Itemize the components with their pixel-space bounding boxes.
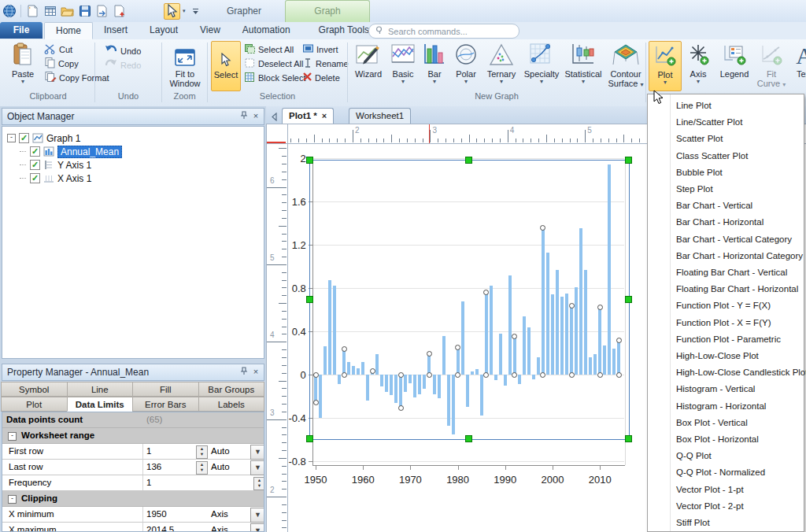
property-tab-data-limits[interactable]: Data Limits [67,397,134,412]
expander-minus-icon[interactable]: - [7,134,16,142]
selection-handle[interactable] [465,435,472,442]
tree-item-graph-1[interactable]: -✓Graph 1 [7,131,80,145]
dropdown-arrow-icon[interactable]: ▾ [420,79,449,84]
menu-item-stiff-plot[interactable]: Stiff Plot [649,515,803,531]
doc-tab-worksheet1[interactable]: Worksheet1 [349,108,411,124]
new-graph-contour-surface-button[interactable]: ContourSurface ▾ [604,41,647,90]
selection-handle[interactable] [625,296,632,303]
selection-handle[interactable] [306,435,313,442]
fit-to-window-button[interactable]: Fit toWindow [166,41,204,90]
new-graph-specialty-button[interactable]: Specialty▾ [521,41,562,90]
spinner-control[interactable]: ▲▼ [253,477,264,490]
menu-item-bar-chart-horizontal-category[interactable]: Bar Chart - Horizontal Category [649,248,803,264]
axis-button[interactable]: Axis▾ [682,41,715,90]
select-all-button[interactable]: Select All [244,42,294,56]
new-worksheet-icon[interactable] [43,4,57,19]
menu-item-scatter-plot[interactable]: Scatter Plot [649,131,803,147]
menu-item-function-plot-x-f-y-[interactable]: Function Plot - X = F(Y) [649,315,803,331]
redo-icon[interactable] [146,4,161,19]
property-manager-header[interactable]: Property Manager - Annual_Mean × [2,364,264,381]
tree-item-y-axis-1[interactable]: ✓Y Axis 1 [20,158,91,172]
selection-handle[interactable] [625,435,632,442]
chevron-down-icon[interactable]: ▼ [250,508,264,523]
menu-item-histogram-horizontal[interactable]: Histogram - Horizontal [649,398,803,415]
dropdown-arrow-icon[interactable]: ▾ [649,79,681,85]
menu-item-function-plot-y-f-x-[interactable]: Function Plot - Y = F(X) [649,297,803,314]
search-commands-box[interactable]: Search commands... [368,24,519,39]
menu-item-floating-bar-chart-vertical[interactable]: Floating Bar Chart - Vertical [649,264,803,281]
menu-item-line-scatter-plot[interactable]: Line/Scatter Plot [649,114,803,131]
select-cursor-icon[interactable] [164,3,180,20]
new-graph-bar-button[interactable]: Bar▾ [420,41,449,90]
visibility-checkbox[interactable]: ✓ [30,173,40,183]
chevron-down-icon[interactable]: ▼ [250,523,264,532]
property-tab-error-bars[interactable]: Error Bars [132,397,199,412]
visibility-checkbox[interactable]: ✓ [30,146,40,157]
text-button[interactable]: AText [789,41,806,90]
rename-button[interactable]: Rename [302,57,349,70]
property-row-x-minimum[interactable]: X minimum1950Axis▼ [2,507,264,523]
menu-item-high-low-close-candlestick-plot[interactable]: High-Low-Close Candlestick Plot [649,364,803,381]
new-document-icon[interactable] [25,4,40,19]
property-tab-labels[interactable]: Labels [198,397,265,412]
menu-item-bar-chart-vertical-category[interactable]: Bar Chart - Vertical Category [649,231,803,248]
menu-item-q-q-plot[interactable]: Q-Q Plot [649,448,803,464]
open-folder-icon[interactable] [60,4,75,19]
new-graph-statistical-button[interactable]: Statistical▾ [564,41,603,90]
tab-close-icon[interactable]: × [322,111,327,120]
select-button[interactable]: Select [211,41,241,91]
menu-item-floating-bar-chart-horizontal[interactable]: Floating Bar Chart - Horizontal [649,281,803,297]
copy-button[interactable]: Copy [44,57,79,70]
dropdown-arrow-icon[interactable]: ▾ [5,79,41,84]
ribbon-tab-home[interactable]: Home [44,22,93,39]
menu-item-box-plot-horizontal[interactable]: Box Plot - Horizontal [649,431,803,448]
close-icon[interactable]: × [250,111,261,122]
object-manager-header[interactable]: Object Manager × [2,108,264,125]
export-page-icon[interactable] [94,4,109,19]
tree-item-x-axis-1[interactable]: ✓X Axis 1 [20,172,91,185]
pin-icon[interactable] [238,111,250,122]
visibility-checkbox[interactable]: ✓ [30,160,40,170]
selection-handle[interactable] [625,157,632,164]
dropdown-arrow-icon[interactable]: ▾ [521,79,562,84]
new-graph-ternary-button[interactable]: Ternary▾ [483,41,519,90]
deselect-all-button[interactable]: Deselect All [244,57,303,70]
property-tab-line[interactable]: Line [67,382,134,397]
ribbon-tab-file[interactable]: File [0,22,43,39]
invert-button[interactable]: Invert [302,42,338,56]
close-icon[interactable]: × [250,367,261,378]
ribbon-tab-automation[interactable]: Automation [231,22,301,39]
property-tab-plot[interactable]: Plot [1,397,68,412]
dropdown-arrow-icon[interactable]: ▾ [483,79,519,84]
new-graph-polar-button[interactable]: Polar▾ [450,41,482,90]
export-page-red-icon[interactable] [112,4,127,19]
menu-item-q-q-plot-normalized[interactable]: Q-Q Plot - Normalized [649,464,803,481]
plot-button[interactable]: Plot▾ [649,41,682,91]
visibility-checkbox[interactable]: ✓ [19,133,29,143]
property-row-last-row[interactable]: Last row136▲▼Auto▼ [2,460,264,475]
dropdown-arrow-icon[interactable]: ▾ [682,79,715,84]
menu-item-vector-plot-2-pt[interactable]: Vector Plot - 2-pt [649,498,803,515]
menu-item-bar-chart-vertical[interactable]: Bar Chart - Vertical [649,198,803,214]
menu-item-histogram-vertical[interactable]: Histogram - Vertical [649,381,803,397]
qat-more-icon[interactable]: ▾ [183,8,186,14]
undo-icon[interactable] [129,4,144,19]
menu-item-bar-chart-horizontal[interactable]: Bar Chart - Horizontal [649,214,803,231]
chevron-down-icon[interactable]: ▼ [250,460,264,475]
pin-icon[interactable] [238,367,250,378]
chevron-down-icon[interactable]: ▼ [250,445,264,460]
property-row-frequency[interactable]: Frequency1▲▼ [2,475,264,491]
paste-button[interactable]: Paste▾ [5,41,41,90]
property-tab-fill[interactable]: Fill [132,382,199,397]
ribbon-tab-insert[interactable]: Insert [93,22,139,39]
dropdown-arrow-icon[interactable]: ▾ [450,79,482,84]
property-row-first-row[interactable]: First row1▲▼Auto▼ [2,444,264,460]
copy-format-button[interactable]: Copy Format [44,71,109,84]
property-tab-bar-groups[interactable]: Bar Groups [198,382,265,397]
block-select-button[interactable]: Block Select [244,71,306,84]
menu-item-vector-plot-1-pt[interactable]: Vector Plot - 1-pt [649,482,803,498]
new-graph-basic-button[interactable]: Basic▾ [387,41,419,90]
new-graph-wizard-button[interactable]: Wizard [351,41,386,90]
undo-button[interactable]: Undo [104,44,141,57]
menu-item-bubble-plot[interactable]: Bubble Plot [649,164,803,181]
